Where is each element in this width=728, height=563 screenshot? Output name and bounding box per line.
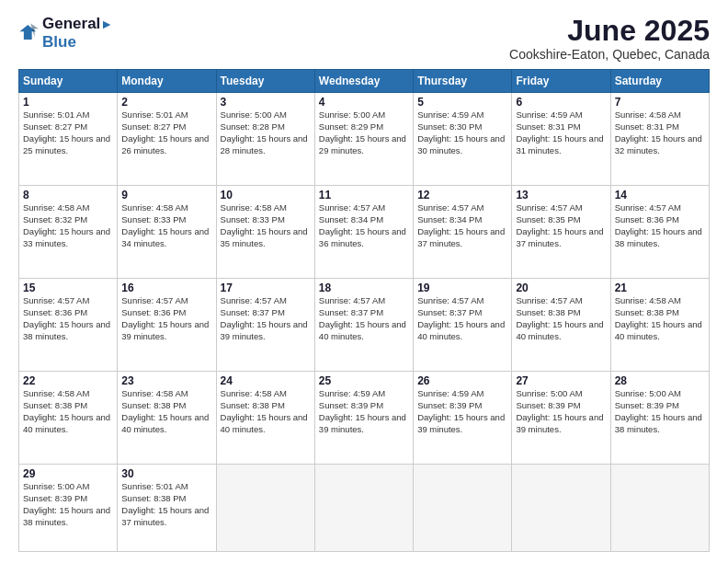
calendar-cell: 21 Sunrise: 4:58 AM Sunset: 8:38 PM Dayl… xyxy=(610,279,709,372)
calendar-week-3: 15 Sunrise: 4:57 AM Sunset: 8:36 PM Dayl… xyxy=(19,279,710,372)
calendar-cell xyxy=(414,465,512,552)
day-info: Sunrise: 5:00 AM Sunset: 8:29 PM Dayligh… xyxy=(319,109,409,156)
day-number: 15 xyxy=(23,282,113,294)
calendar-cell: 6 Sunrise: 4:59 AM Sunset: 8:31 PM Dayli… xyxy=(512,93,610,186)
day-number: 19 xyxy=(417,282,507,294)
day-info: Sunrise: 4:58 AM Sunset: 8:32 PM Dayligh… xyxy=(23,202,113,249)
title-area: June 2025 Cookshire-Eaton, Quebec, Canad… xyxy=(509,15,710,62)
logo-area: General► Blue xyxy=(18,15,113,51)
day-number: 9 xyxy=(121,189,211,201)
col-header-friday: Friday xyxy=(512,70,610,93)
calendar-cell: 11 Sunrise: 4:57 AM Sunset: 8:34 PM Dayl… xyxy=(314,186,413,279)
day-number: 7 xyxy=(615,96,705,109)
day-number: 17 xyxy=(221,282,311,294)
day-number: 11 xyxy=(319,189,409,201)
day-number: 3 xyxy=(221,96,311,109)
calendar-cell: 7 Sunrise: 4:58 AM Sunset: 8:31 PM Dayli… xyxy=(610,93,709,186)
day-info: Sunrise: 4:58 AM Sunset: 8:38 PM Dayligh… xyxy=(23,388,113,435)
day-number: 16 xyxy=(121,282,211,294)
calendar-cell xyxy=(216,465,314,552)
day-number: 28 xyxy=(615,374,705,387)
col-header-saturday: Saturday xyxy=(610,70,709,93)
day-info: Sunrise: 4:59 AM Sunset: 8:39 PM Dayligh… xyxy=(319,388,409,435)
day-number: 2 xyxy=(121,96,211,109)
calendar-table: SundayMondayTuesdayWednesdayThursdayFrid… xyxy=(18,69,710,552)
day-info: Sunrise: 5:01 AM Sunset: 8:27 PM Dayligh… xyxy=(121,109,211,156)
calendar-cell: 25 Sunrise: 4:59 AM Sunset: 8:39 PM Dayl… xyxy=(314,372,413,465)
calendar-cell: 20 Sunrise: 4:57 AM Sunset: 8:38 PM Dayl… xyxy=(512,279,610,372)
calendar-header-row: SundayMondayTuesdayWednesdayThursdayFrid… xyxy=(19,70,710,93)
month-title: June 2025 xyxy=(509,15,710,47)
calendar-cell: 26 Sunrise: 4:59 AM Sunset: 8:39 PM Dayl… xyxy=(414,372,512,465)
day-info: Sunrise: 4:57 AM Sunset: 8:38 PM Dayligh… xyxy=(516,295,606,342)
calendar-cell: 22 Sunrise: 4:58 AM Sunset: 8:38 PM Dayl… xyxy=(19,372,118,465)
day-info: Sunrise: 5:00 AM Sunset: 8:39 PM Dayligh… xyxy=(615,388,705,435)
day-info: Sunrise: 4:59 AM Sunset: 8:31 PM Dayligh… xyxy=(516,109,606,156)
day-number: 18 xyxy=(319,282,409,294)
calendar-cell: 14 Sunrise: 4:57 AM Sunset: 8:36 PM Dayl… xyxy=(610,186,709,279)
calendar-cell: 30 Sunrise: 5:01 AM Sunset: 8:38 PM Dayl… xyxy=(118,465,216,552)
calendar-cell: 4 Sunrise: 5:00 AM Sunset: 8:29 PM Dayli… xyxy=(314,93,413,186)
calendar-week-4: 22 Sunrise: 4:58 AM Sunset: 8:38 PM Dayl… xyxy=(19,372,710,465)
logo-text: General► Blue xyxy=(42,15,113,51)
calendar-cell: 18 Sunrise: 4:57 AM Sunset: 8:37 PM Dayl… xyxy=(314,279,413,372)
calendar-cell: 13 Sunrise: 4:57 AM Sunset: 8:35 PM Dayl… xyxy=(512,186,610,279)
day-number: 30 xyxy=(121,467,211,480)
day-number: 23 xyxy=(121,374,211,387)
day-info: Sunrise: 5:00 AM Sunset: 8:39 PM Dayligh… xyxy=(23,481,113,528)
day-info: Sunrise: 4:58 AM Sunset: 8:31 PM Dayligh… xyxy=(615,109,705,156)
col-header-sunday: Sunday xyxy=(19,70,118,93)
calendar-cell: 10 Sunrise: 4:58 AM Sunset: 8:33 PM Dayl… xyxy=(216,186,314,279)
calendar-cell xyxy=(610,465,709,552)
calendar-cell: 2 Sunrise: 5:01 AM Sunset: 8:27 PM Dayli… xyxy=(118,93,216,186)
day-number: 20 xyxy=(516,282,606,294)
day-info: Sunrise: 4:58 AM Sunset: 8:33 PM Dayligh… xyxy=(221,202,311,249)
day-info: Sunrise: 4:57 AM Sunset: 8:36 PM Dayligh… xyxy=(23,295,113,342)
calendar-cell: 24 Sunrise: 4:58 AM Sunset: 8:38 PM Dayl… xyxy=(216,372,314,465)
calendar-cell: 1 Sunrise: 5:01 AM Sunset: 8:27 PM Dayli… xyxy=(19,93,118,186)
day-number: 21 xyxy=(615,282,705,294)
day-number: 13 xyxy=(516,189,606,201)
calendar-cell: 3 Sunrise: 5:00 AM Sunset: 8:28 PM Dayli… xyxy=(216,93,314,186)
calendar-cell: 16 Sunrise: 4:57 AM Sunset: 8:36 PM Dayl… xyxy=(118,279,216,372)
calendar-cell: 5 Sunrise: 4:59 AM Sunset: 8:30 PM Dayli… xyxy=(414,93,512,186)
day-number: 29 xyxy=(23,467,113,480)
day-info: Sunrise: 4:57 AM Sunset: 8:37 PM Dayligh… xyxy=(417,295,507,342)
day-info: Sunrise: 4:58 AM Sunset: 8:33 PM Dayligh… xyxy=(121,202,211,249)
location-title: Cookshire-Eaton, Quebec, Canada xyxy=(509,47,710,62)
page: General► Blue June 2025 Cookshire-Eaton,… xyxy=(0,0,728,563)
day-number: 27 xyxy=(516,374,606,387)
day-number: 24 xyxy=(221,374,311,387)
day-info: Sunrise: 4:57 AM Sunset: 8:36 PM Dayligh… xyxy=(615,202,705,249)
calendar-cell: 19 Sunrise: 4:57 AM Sunset: 8:37 PM Dayl… xyxy=(414,279,512,372)
calendar-cell: 12 Sunrise: 4:57 AM Sunset: 8:34 PM Dayl… xyxy=(414,186,512,279)
day-number: 14 xyxy=(615,189,705,201)
col-header-tuesday: Tuesday xyxy=(216,70,314,93)
day-number: 26 xyxy=(417,374,507,387)
logo-icon xyxy=(18,22,39,42)
calendar-cell: 23 Sunrise: 4:58 AM Sunset: 8:38 PM Dayl… xyxy=(118,372,216,465)
calendar-cell: 8 Sunrise: 4:58 AM Sunset: 8:32 PM Dayli… xyxy=(19,186,118,279)
day-info: Sunrise: 4:57 AM Sunset: 8:37 PM Dayligh… xyxy=(319,295,409,342)
day-info: Sunrise: 4:57 AM Sunset: 8:37 PM Dayligh… xyxy=(221,295,311,342)
day-info: Sunrise: 5:01 AM Sunset: 8:38 PM Dayligh… xyxy=(121,481,211,528)
calendar-week-2: 8 Sunrise: 4:58 AM Sunset: 8:32 PM Dayli… xyxy=(19,186,710,279)
day-number: 5 xyxy=(417,96,507,109)
calendar-cell: 15 Sunrise: 4:57 AM Sunset: 8:36 PM Dayl… xyxy=(19,279,118,372)
day-number: 10 xyxy=(221,189,311,201)
calendar-week-1: 1 Sunrise: 5:01 AM Sunset: 8:27 PM Dayli… xyxy=(19,93,710,186)
calendar-cell: 27 Sunrise: 5:00 AM Sunset: 8:39 PM Dayl… xyxy=(512,372,610,465)
day-info: Sunrise: 4:58 AM Sunset: 8:38 PM Dayligh… xyxy=(221,388,311,435)
day-info: Sunrise: 4:59 AM Sunset: 8:30 PM Dayligh… xyxy=(417,109,507,156)
day-info: Sunrise: 4:57 AM Sunset: 8:36 PM Dayligh… xyxy=(121,295,211,342)
calendar-cell: 28 Sunrise: 5:00 AM Sunset: 8:39 PM Dayl… xyxy=(610,372,709,465)
calendar-week-5: 29 Sunrise: 5:00 AM Sunset: 8:39 PM Dayl… xyxy=(19,465,710,552)
day-number: 8 xyxy=(23,189,113,201)
col-header-monday: Monday xyxy=(118,70,216,93)
day-number: 12 xyxy=(417,189,507,201)
col-header-thursday: Thursday xyxy=(414,70,512,93)
header: General► Blue June 2025 Cookshire-Eaton,… xyxy=(18,15,710,62)
day-info: Sunrise: 4:57 AM Sunset: 8:34 PM Dayligh… xyxy=(417,202,507,249)
day-number: 1 xyxy=(23,96,113,109)
day-info: Sunrise: 4:57 AM Sunset: 8:35 PM Dayligh… xyxy=(516,202,606,249)
